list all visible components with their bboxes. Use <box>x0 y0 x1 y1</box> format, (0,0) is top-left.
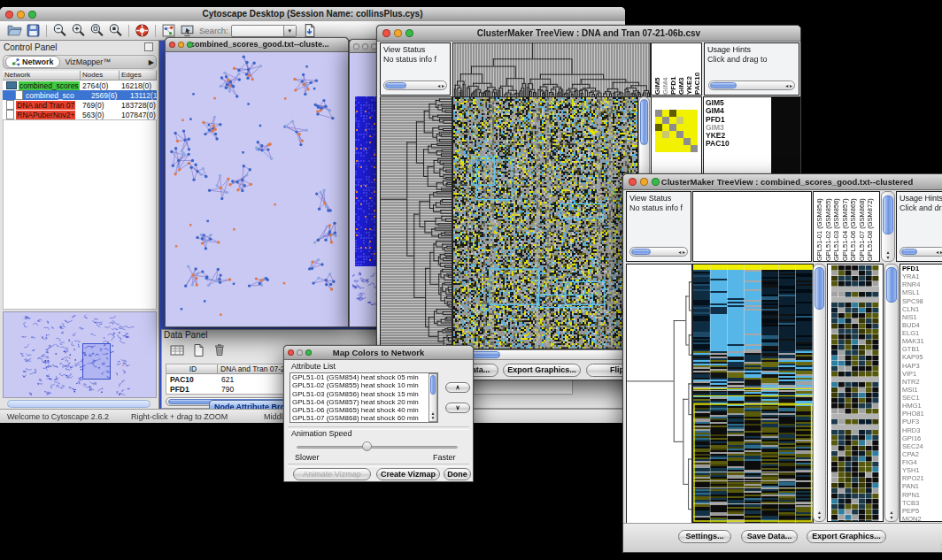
network-tree-row[interactable]: combined_sco2569(6)13112(15) <box>3 90 157 100</box>
network-name[interactable]: combined_scores <box>19 81 80 90</box>
gene-label[interactable]: MON2 <box>900 515 942 522</box>
scrollbar-arrows[interactable]: ▴▾ <box>885 510 898 520</box>
column-label[interactable]: GPL51-06 (GSM865) <box>849 193 858 261</box>
open-file-icon[interactable] <box>7 23 22 38</box>
gene-label[interactable]: TCB3 <box>900 499 942 507</box>
gene-label[interactable]: HMG1 <box>900 402 942 410</box>
import-attributes-icon[interactable] <box>302 23 317 38</box>
column-label[interactable]: GPL51-04 (GSM857) <box>841 193 850 261</box>
close-button[interactable] <box>382 29 390 37</box>
maximize-button[interactable] <box>187 42 193 48</box>
zoom-selected-icon[interactable] <box>89 23 104 38</box>
minimize-button[interactable] <box>17 11 25 19</box>
minimize-button[interactable] <box>640 178 648 186</box>
gene-label[interactable]: PUF3 <box>900 418 942 426</box>
scrollbar-arrows[interactable]: ◂ ▸ <box>936 248 942 256</box>
gene-label[interactable]: SPC98 <box>900 297 942 305</box>
export-graphics-button[interactable]: Export Graphics... <box>503 364 581 377</box>
network-tree-row[interactable]: DNA and Tran 07769(0)183728(0) <box>3 100 157 110</box>
network-name[interactable]: RNAPuberNov2+ <box>16 111 75 119</box>
scrollbar-thumb[interactable] <box>815 267 824 310</box>
gene-label[interactable]: BUD4 <box>900 321 942 329</box>
heatmap-vertical-scrollbar[interactable]: ▴▾ <box>813 264 826 522</box>
scrollbar-arrows[interactable]: ◂ ▸ <box>678 248 685 256</box>
save-data-button[interactable]: Save Data... <box>741 530 798 543</box>
gene-label[interactable]: GTB1 <box>900 345 942 353</box>
gene-label[interactable]: PAC10 <box>704 140 771 148</box>
scrollbar-arrows[interactable]: ▴▾ <box>882 249 894 260</box>
search-dropdown-button[interactable]: ▼ <box>283 26 296 36</box>
network-name[interactable]: combined_sco <box>25 91 75 100</box>
gene-label[interactable]: RNR4 <box>900 280 942 288</box>
gene-label[interactable]: HRD3 <box>900 426 942 434</box>
tab-vizmapper[interactable]: VizMapper™ <box>60 57 117 67</box>
scrollbar-arrows[interactable]: ▴▾ <box>814 510 825 520</box>
create-vizmap-button[interactable]: Create Vizmap <box>376 468 440 480</box>
treeview1-titlebar[interactable]: ClusterMaker TreeView : DNA and Tran 07-… <box>377 26 800 42</box>
column-label[interactable]: YKE2 <box>685 44 693 95</box>
delete-attribute-icon[interactable] <box>212 342 228 358</box>
heatmap-canvas[interactable] <box>452 96 638 349</box>
gene-label[interactable]: VIP1 <box>900 370 942 378</box>
maximize-button[interactable] <box>405 29 413 37</box>
table-mode-icon[interactable] <box>169 342 185 358</box>
gene-label[interactable]: CLN1 <box>900 305 942 313</box>
network-name[interactable]: DNA and Tran 07 <box>16 101 75 110</box>
column-label[interactable]: GIM3 <box>677 44 685 95</box>
close-button[interactable] <box>353 43 359 50</box>
column-label[interactable]: GIM4 <box>661 44 669 95</box>
attribute-item[interactable]: GPL51-07 (GSM868) heat shock 60 min <box>290 414 428 422</box>
scrollbar-arrows[interactable]: ▲▼ <box>429 411 436 420</box>
gene-label[interactable]: MSL1 <box>900 288 942 296</box>
scrollbar-thumb[interactable] <box>883 196 893 234</box>
scrollbar-thumb[interactable] <box>640 99 648 145</box>
minimize-button[interactable] <box>362 43 368 50</box>
column-label[interactable]: GPL51-08 (GSM872) <box>866 193 875 261</box>
gene-label[interactable]: PHO81 <box>900 410 942 418</box>
gene-label[interactable]: PFD1 <box>900 265 942 272</box>
attribute-list-scrollbar[interactable]: ▲▼ <box>429 373 437 422</box>
row-dendrogram-canvas[interactable] <box>380 96 452 349</box>
usage-hints-scrollbar[interactable]: ◂ ▸ <box>900 247 942 257</box>
gene-label[interactable]: NTR2 <box>900 378 942 386</box>
gene-label[interactable]: GPI16 <box>900 434 942 442</box>
gene-label[interactable]: ELG1 <box>900 329 942 337</box>
zoom-matrix[interactable] <box>655 110 698 152</box>
treeview2-titlebar[interactable]: ClusterMaker TreeView : combined_scores_… <box>623 174 942 190</box>
header-edges[interactable]: Edges <box>120 71 157 81</box>
column-label[interactable]: PAC10 <box>693 44 701 95</box>
attribute-item[interactable]: GPL51-03 (GSM856) heat shock 15 min <box>290 390 428 398</box>
birdseye-view[interactable] <box>3 311 157 398</box>
birdseye-canvas[interactable] <box>4 312 156 397</box>
control-panel-scrollbar[interactable] <box>7 400 151 408</box>
move-down-button[interactable]: ∨ <box>445 403 470 413</box>
help-lifering-icon[interactable] <box>135 23 150 38</box>
animate-vizmap-button[interactable]: Animate Vizmap <box>293 468 371 480</box>
attribute-item[interactable]: GPL51-06 (GSM865) heat shock 40 min <box>290 406 428 414</box>
minimize-button[interactable] <box>297 349 303 356</box>
scrollbar-thumb[interactable] <box>430 375 436 395</box>
gene-label[interactable]: NIS1 <box>900 313 942 321</box>
birdseye-viewport[interactable] <box>82 343 111 380</box>
maximize-button[interactable] <box>652 178 660 186</box>
scrollbar-thumb[interactable] <box>631 249 651 255</box>
network-view-window[interactable]: combined_scores_good.txt--cluste... <box>165 37 349 327</box>
gene-label[interactable]: FIG4 <box>900 458 942 466</box>
save-session-icon[interactable] <box>26 23 41 38</box>
gene-label[interactable]: PAN1 <box>900 482 942 490</box>
column-label[interactable]: GIM5 <box>653 44 661 95</box>
close-button[interactable] <box>169 42 175 48</box>
scrollbar-thumb[interactable] <box>385 82 406 88</box>
scrollbar-arrows[interactable]: ◂ ▸ <box>437 81 444 89</box>
gene-label[interactable]: SEC24 <box>900 442 942 450</box>
new-attribute-icon[interactable] <box>190 342 206 358</box>
minimize-button[interactable] <box>178 42 184 48</box>
header-nodes[interactable]: Nodes <box>81 71 120 81</box>
column-label[interactable]: GPL51-02 (GSM855) <box>824 193 833 261</box>
network-tree-row[interactable]: combined_scores2764(0)16218(0) <box>3 81 157 90</box>
search-input[interactable]: ▼ <box>231 25 297 37</box>
attribute-item[interactable]: GPL51-02 (GSM855) heat shock 10 min <box>290 381 428 389</box>
column-label[interactable]: GPL51-07 (GSM868) <box>858 193 867 261</box>
search-value[interactable] <box>232 26 283 36</box>
tab-overflow-button[interactable]: ▶ <box>149 58 154 66</box>
